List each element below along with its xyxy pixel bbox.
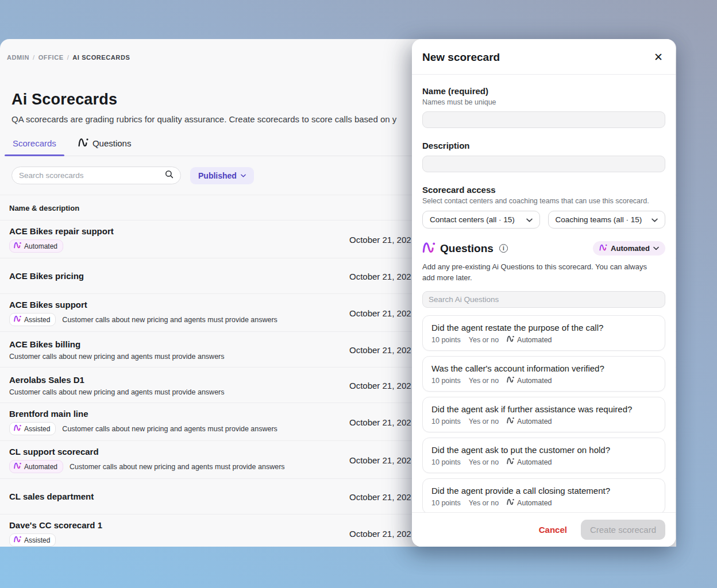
scorecard-description: Customer calls about new pricing and age… <box>70 463 285 471</box>
new-scorecard-modal: New scorecard ✕ Name (required) Names mu… <box>412 39 676 547</box>
scorecard-mode-badge: Assisted <box>9 422 56 435</box>
cancel-button[interactable]: Cancel <box>539 525 567 535</box>
ai-question-title: Did the agent restate the purpose of the… <box>431 323 656 332</box>
ai-question-answer-type: Yes or no <box>469 377 499 385</box>
questions-mode-dropdown[interactable]: Automated <box>593 241 665 256</box>
description-input[interactable] <box>422 156 665 172</box>
ai-question-points: 10 points <box>431 377 461 385</box>
ai-question-points: 10 points <box>431 336 461 344</box>
scorecard-date: October 21, 202 <box>349 380 411 390</box>
name-field-hint: Names must be unique <box>422 98 665 106</box>
scorecard-date: October 21, 202 <box>349 417 411 427</box>
scorecard-mode-label: Assisted <box>24 316 50 324</box>
scorecard-mode-badge: Automated <box>9 460 63 473</box>
coaching-teams-select-value: Coaching teams (all · 15) <box>556 215 642 224</box>
search-ai-questions-input[interactable] <box>422 291 665 308</box>
scorecard-date: October 21, 202 <box>349 345 411 354</box>
chevron-down-icon <box>652 215 658 224</box>
scorecard-date: October 21, 202 <box>349 234 411 244</box>
ai-question-title: Did the agent ask to put the customer on… <box>431 445 656 455</box>
search-scorecards-input[interactable] <box>19 171 165 180</box>
name-field-label: Name (required) <box>422 86 665 96</box>
ai-icon <box>78 138 88 149</box>
ai-question-points: 10 points <box>431 458 461 466</box>
ai-icon <box>14 462 21 471</box>
ai-icon <box>507 335 514 344</box>
breadcrumb-admin[interactable]: ADMIN <box>7 54 29 61</box>
contact-centers-select-value: Contact centers (all · 15) <box>430 215 515 224</box>
ai-question-meta: 10 points Yes or no Automated <box>431 458 656 466</box>
scorecard-mode-label: Automated <box>24 242 57 250</box>
scorecard-description: Customer calls about new pricing and age… <box>9 388 225 396</box>
ai-question-card[interactable]: Did the agent provide a call closing sta… <box>422 478 665 512</box>
ai-question-mode: Automated <box>517 499 552 507</box>
ai-questions-list: Did the agent restate the purpose of the… <box>422 315 665 512</box>
ai-question-card[interactable]: Did the agent restate the purpose of the… <box>422 315 665 351</box>
scorecard-date: October 21, 202 <box>349 492 411 501</box>
scorecard-description: Customer calls about new pricing and age… <box>9 353 225 361</box>
ai-icon <box>14 424 21 433</box>
published-filter-label: Published <box>198 171 237 180</box>
scorecard-date: October 21, 202 <box>349 528 411 538</box>
ai-icon <box>422 242 435 256</box>
scorecard-mode-badge: Assisted <box>9 533 56 547</box>
search-icon <box>165 170 174 181</box>
tab-scorecards[interactable]: Scorecards <box>11 138 57 156</box>
ai-question-mode: Automated <box>517 377 552 385</box>
ai-icon <box>507 498 514 507</box>
ai-question-meta: 10 points Yes or no Automated <box>431 417 656 425</box>
ai-question-card[interactable]: Did the agent ask if further assistance … <box>422 397 665 432</box>
ai-questions-header: Questions i Automated <box>422 241 665 256</box>
info-icon[interactable]: i <box>499 244 508 253</box>
ai-question-points: 10 points <box>431 417 461 425</box>
contact-centers-select[interactable]: Contact centers (all · 15) <box>422 211 540 229</box>
ai-question-mode: Automated <box>517 417 552 425</box>
chevron-down-icon <box>526 215 533 224</box>
breadcrumb-office[interactable]: OFFICE <box>38 54 64 61</box>
ai-question-title: Did the agent provide a call closing sta… <box>431 486 656 496</box>
coaching-teams-select[interactable]: Coaching teams (all · 15) <box>548 211 666 229</box>
published-filter[interactable]: Published <box>190 167 254 184</box>
name-field-block: Name (required) Names must be unique <box>422 86 665 128</box>
ai-questions-title: Questions <box>440 242 494 255</box>
ai-icon <box>507 417 514 425</box>
ai-question-answer-type: Yes or no <box>469 458 499 466</box>
ai-question-meta: 10 points Yes or no Automated <box>431 335 656 344</box>
ai-question-answer-type: Yes or no <box>469 417 499 425</box>
ai-question-answer-type: Yes or no <box>469 499 499 507</box>
modal-title: New scorecard <box>422 51 500 64</box>
tab-questions-label: Questions <box>92 138 132 148</box>
ai-icon <box>599 244 607 253</box>
ai-question-card[interactable]: Did the agent ask to put the customer on… <box>422 438 665 473</box>
scorecard-date: October 21, 202 <box>349 271 411 281</box>
ai-question-title: Did the agent ask if further assistance … <box>431 404 656 414</box>
ai-question-answer-type: Yes or no <box>469 336 499 344</box>
ai-questions-hint: Add any pre-existing Ai Questions to thi… <box>422 261 658 283</box>
description-field-label: Description <box>422 141 665 150</box>
ai-question-meta: 10 points Yes or no Automated <box>431 376 656 385</box>
ai-question-mode: Automated <box>517 336 552 344</box>
breadcrumb-current: AI SCORECARDS <box>72 54 130 61</box>
ai-question-card[interactable]: Was the caller's account information ver… <box>422 356 665 392</box>
description-field-block: Description <box>422 141 665 172</box>
ai-icon <box>14 315 21 324</box>
scorecard-description: Customer calls about new pricing and age… <box>62 316 277 324</box>
search-scorecards-box <box>11 167 181 184</box>
scorecard-mode-label: Automated <box>24 463 57 471</box>
scorecard-date: October 21, 202 <box>349 455 411 465</box>
ai-question-title: Was the caller's account information ver… <box>431 363 656 373</box>
scorecard-access-block: Scorecard access Select contact centers … <box>422 185 665 229</box>
modal-header: New scorecard ✕ <box>412 39 676 75</box>
ai-question-points: 10 points <box>431 499 461 507</box>
scorecard-mode-badge: Assisted <box>9 313 56 326</box>
tab-questions[interactable]: Questions <box>77 138 133 156</box>
scorecard-mode-badge: Automated <box>9 239 63 253</box>
create-scorecard-button[interactable]: Create scorecard <box>581 520 665 540</box>
modal-footer: Cancel Create scorecard <box>412 512 676 547</box>
close-icon[interactable]: ✕ <box>653 51 664 64</box>
ai-question-meta: 10 points Yes or no Automated <box>431 498 656 507</box>
name-input[interactable] <box>422 111 665 128</box>
questions-mode-label: Automated <box>611 244 650 253</box>
modal-body: Name (required) Names must be unique Des… <box>412 75 676 512</box>
ai-icon <box>14 242 21 250</box>
